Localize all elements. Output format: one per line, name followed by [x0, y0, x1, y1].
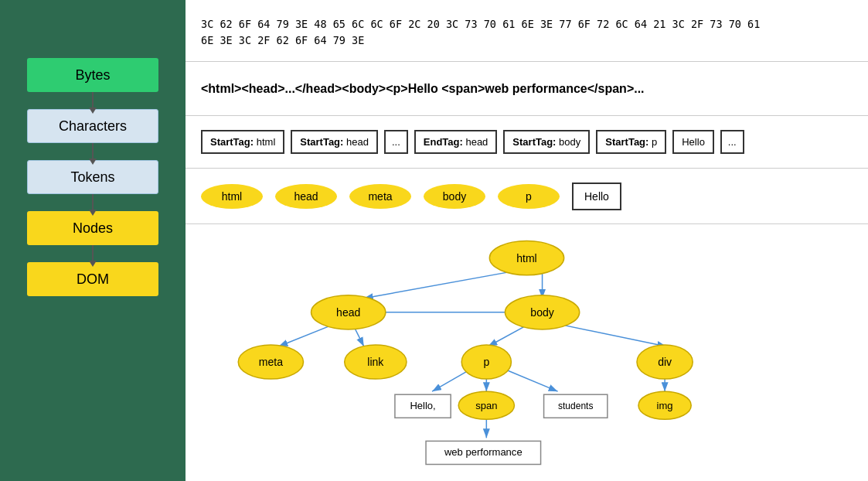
pipeline-bytes: Bytes [27, 14, 158, 109]
bytes-text: 3C 62 6F 64 79 3E 48 65 6C 6C 6F 2C 20 3… [201, 16, 760, 48]
token-startag-p: StartTag: p [596, 130, 666, 154]
bytes-box: Bytes [27, 58, 158, 92]
nodes-to-dom-arrow [92, 245, 94, 262]
pipeline: Bytes Characters Tokens Nodes [0, 0, 186, 481]
tokens-label: Tokens [70, 169, 114, 186]
tokens-box: Tokens [27, 160, 158, 194]
node-p: p [498, 184, 560, 209]
pipeline-dom: DOM [27, 262, 158, 296]
token-ellipsis-2: ... [720, 130, 744, 154]
token-startag-head: StartTag: head [291, 130, 378, 154]
characters-to-tokens-arrow [92, 143, 94, 160]
dom-label-img: img [657, 400, 673, 411]
node-hello-box: Hello [572, 183, 621, 210]
dom-label-body: body [530, 306, 553, 319]
dom-row: html head body meta link p div [186, 224, 868, 481]
dom-label-html: html [516, 252, 537, 264]
token-startag-body: StartTag: body [503, 130, 590, 154]
node-html: html [201, 184, 263, 209]
dom-box: DOM [27, 262, 158, 296]
pipeline-characters: Characters [27, 109, 158, 160]
edge-html-head [364, 269, 527, 298]
dom-label-p: p [483, 356, 489, 368]
bytes-line2: 6E 3E 3C 2F 62 6F 64 79 3E [201, 34, 364, 46]
dom-svg: html head body meta link p div [186, 224, 868, 481]
dom-label-webperf: web performance [444, 446, 523, 458]
node-meta: meta [349, 184, 411, 209]
dom-label-span: span [475, 400, 497, 411]
pipeline-nodes: Nodes [27, 211, 158, 262]
characters-box: Characters [27, 109, 158, 143]
bytes-line1: 3C 62 6F 64 79 3E 48 65 6C 6C 6F 2C 20 3… [201, 18, 760, 30]
bytes-to-characters-arrow [92, 92, 94, 109]
dom-label-div: div [658, 356, 672, 368]
nodes-label: Nodes [73, 220, 113, 237]
content-area: 3C 62 6F 64 79 3E 48 65 6C 6C 6F 2C 20 3… [186, 0, 868, 481]
chars-text: <html><head>...</head><body><p>Hello <sp… [201, 82, 645, 96]
tokens-row: StartTag: html StartTag: head ... EndTag… [186, 116, 868, 169]
characters-row: <html><head>...</head><body><p>Hello <sp… [186, 62, 868, 116]
dom-label-students: students [558, 401, 593, 411]
bytes-row: 3C 62 6F 64 79 3E 48 65 6C 6C 6F 2C 20 3… [186, 0, 868, 62]
dom-label-meta: meta [259, 356, 283, 368]
nodes-row: html head meta body p Hello [186, 169, 868, 224]
dom-label-head: head [336, 306, 360, 319]
token-hello: Hello [672, 130, 714, 154]
token-ellipsis-1: ... [384, 130, 408, 154]
dom-label-link: link [367, 356, 384, 368]
token-startag-html: StartTag: html [201, 130, 284, 154]
node-head: head [275, 184, 337, 209]
dom-label-hello: Hello, [410, 400, 435, 411]
tokens-to-nodes-arrow [92, 194, 94, 211]
main-container: Bytes Characters Tokens Nodes [0, 0, 868, 481]
bytes-label: Bytes [75, 67, 110, 84]
token-endtag-head: EndTag: head [414, 130, 498, 154]
edge-p-students [502, 368, 557, 391]
dom-label: DOM [77, 271, 109, 288]
node-body: body [424, 184, 485, 209]
pipeline-tokens: Tokens [27, 160, 158, 211]
nodes-box: Nodes [27, 211, 158, 245]
characters-label: Characters [59, 118, 127, 135]
edge-body-div [554, 323, 666, 346]
